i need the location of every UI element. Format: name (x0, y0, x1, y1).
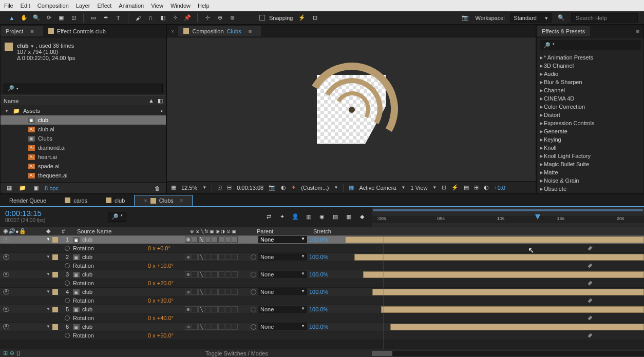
parent-dropdown[interactable]: None▼ (258, 236, 307, 243)
keyframe-icon[interactable] (588, 298, 593, 303)
layer-switches[interactable]: ⊕╲ (184, 324, 251, 330)
stopwatch-icon[interactable] (65, 246, 70, 251)
effect-category[interactable]: ▶Expression Controls (537, 119, 643, 127)
layer-name[interactable]: club (81, 324, 184, 330)
label-column-icon[interactable]: ◆ (46, 228, 50, 234)
project-item[interactable]: Aispade.ai (1, 162, 166, 171)
shy-icon[interactable]: 👤 (291, 212, 300, 222)
layer-row[interactable]: ▼ 3 ▣ club ⊕╲ None▼ 100.0% (0, 270, 644, 279)
property-row[interactable]: Rotation 0 x +30.0° (0, 296, 644, 305)
timeline-tab[interactable]: Render Queue (0, 195, 55, 206)
effect-category[interactable]: ▶Matte (537, 168, 643, 176)
layer-name[interactable]: club (81, 289, 184, 295)
shape-tool-icon[interactable]: ▭ (89, 13, 98, 23)
menu-file[interactable]: File (4, 3, 13, 9)
project-item[interactable]: Aithequeen.ai (1, 171, 166, 180)
search-help-input[interactable]: Search Help (571, 13, 638, 23)
panel-menu-icon[interactable]: ≡ (244, 28, 256, 34)
property-row[interactable]: Rotation 0 x +0.0° (0, 244, 644, 253)
keyframe-icon[interactable] (588, 315, 593, 320)
parent-dropdown[interactable]: None▼ (258, 271, 307, 278)
axis-world-icon[interactable]: ⊕ (215, 13, 224, 23)
pen-tool-icon[interactable]: ✒ (101, 13, 110, 23)
bpc-button[interactable]: 8 bpc (45, 185, 59, 191)
label-swatch[interactable] (52, 237, 58, 243)
layer-switches[interactable]: ⊕╲ (184, 271, 251, 277)
stretch-value[interactable]: 100.0% (307, 324, 342, 330)
exposure-value[interactable]: +0.0 (494, 185, 505, 191)
pickwhip-icon[interactable] (251, 237, 256, 243)
panel-menu-icon[interactable]: ≡ (180, 197, 183, 204)
layer-bar-track[interactable] (342, 270, 644, 279)
layer-bar-track[interactable] (342, 288, 644, 296)
effects-presets-tab[interactable]: Effects & Presets (537, 26, 590, 36)
time-ruler[interactable]: :00s05s10s15s20s (372, 207, 644, 227)
effect-controls-tab[interactable]: Effect Controls club (43, 26, 111, 36)
snapshot-icon[interactable]: 📷 (269, 184, 276, 191)
hand-tool-icon[interactable]: ✋ (20, 13, 29, 23)
stopwatch-icon[interactable] (65, 281, 70, 286)
property-value[interactable]: 0 x +50.0° (148, 332, 287, 339)
visibility-toggle-icon[interactable] (3, 324, 9, 329)
color-icon[interactable]: ✦ (291, 184, 296, 191)
layer-bar-track[interactable] (342, 305, 644, 313)
property-row[interactable]: Rotation 0 x +50.0° (0, 331, 644, 340)
layer-bar-track[interactable] (342, 253, 644, 261)
effect-category[interactable]: ▶Blur & Sharpen (537, 78, 643, 86)
layer-name[interactable]: club (81, 236, 184, 243)
timeline-search-input[interactable]: 🔎▾ (108, 212, 126, 222)
property-row[interactable]: Rotation 0 x +40.0° (0, 314, 644, 323)
twirl-down-icon[interactable]: ▼ (46, 254, 51, 260)
parent-dropdown[interactable]: None▼ (258, 288, 307, 295)
twirl-down-icon[interactable]: ▼ (46, 289, 51, 295)
switches-column[interactable]: ⊕ ※ ╲ fx ▣ ◉ ◑ ⊙ ▣ (190, 227, 257, 235)
puppet-tool-icon[interactable]: 📌 (183, 13, 192, 23)
visibility-toggle-icon[interactable] (3, 237, 9, 242)
timeline-tab[interactable]: cards (55, 195, 97, 206)
layer-row[interactable]: ▼ 5 ▣ club ⊕╲ None▼ 100.0% (0, 305, 644, 314)
project-item[interactable]: Aiheart.ai (1, 152, 166, 162)
selection-tool-icon[interactable]: ▲ (7, 13, 16, 23)
project-folder[interactable]: ▼ 📁 Assets ▪ (1, 106, 166, 115)
visibility-toggle-icon[interactable] (3, 307, 9, 312)
property-row[interactable]: Rotation 0 x +20.0° (0, 279, 644, 288)
auto-keyframe-icon[interactable]: ◆ (357, 212, 367, 222)
keyframe-icon[interactable] (588, 246, 593, 250)
label-swatch[interactable] (52, 254, 58, 260)
stopwatch-icon[interactable] (65, 315, 70, 321)
resolution-icon[interactable]: ⊡ (217, 184, 222, 191)
layer-bar-track[interactable] (342, 323, 644, 331)
comp-mini-flowchart-icon[interactable]: ⇄ (264, 212, 273, 222)
axis-local-icon[interactable]: ⊹ (203, 13, 212, 23)
menu-animation[interactable]: Animation (119, 3, 144, 9)
effect-category[interactable]: ▶3D Channel (537, 62, 643, 70)
effect-category[interactable]: ▶* Animation Presets (537, 53, 643, 62)
label-swatch[interactable] (52, 272, 58, 277)
toggle-brackets-icon[interactable]: {} (16, 350, 20, 356)
ruler-icon[interactable]: ⊟ (227, 184, 232, 191)
panel-menu-icon[interactable]: ≡ (632, 28, 643, 34)
label-swatch[interactable] (52, 289, 58, 295)
flowchart-icon[interactable]: ⊞ (474, 184, 479, 191)
twirl-down-icon[interactable]: ▼ (46, 324, 51, 330)
interpret-icon[interactable]: ▦ (5, 184, 14, 193)
label-swatch[interactable] (52, 324, 58, 330)
effect-category[interactable]: ▶Noise & Grain (537, 176, 643, 185)
zoom-tool-icon[interactable]: 🔍 (32, 13, 41, 23)
pickwhip-icon[interactable] (251, 289, 256, 295)
label-swatch[interactable] (52, 307, 58, 312)
project-item[interactable]: Aiclub.ai (1, 125, 166, 134)
zoom-value[interactable]: 12.5% (181, 185, 197, 191)
current-time-indicator[interactable] (384, 235, 384, 349)
layer-row[interactable]: ▼ 2 ▣ club ⊕╲ None▼ 100.0% (0, 253, 644, 262)
effects-search-input[interactable]: 🔎▾ (540, 41, 640, 50)
pixel-aspect-icon[interactable]: ⊡ (442, 184, 446, 191)
draft3d-icon[interactable]: ✦ (277, 212, 287, 222)
zoom-in-icon[interactable]: ⊕ (10, 350, 14, 356)
layer-name[interactable]: club (81, 254, 184, 260)
effect-category[interactable]: ▶Generate (537, 127, 643, 135)
pickwhip-icon[interactable] (251, 324, 256, 330)
project-item[interactable]: ▣club (1, 115, 166, 125)
layer-bar-track[interactable] (342, 235, 644, 244)
graph-editor-icon[interactable]: ▤ (331, 212, 340, 222)
